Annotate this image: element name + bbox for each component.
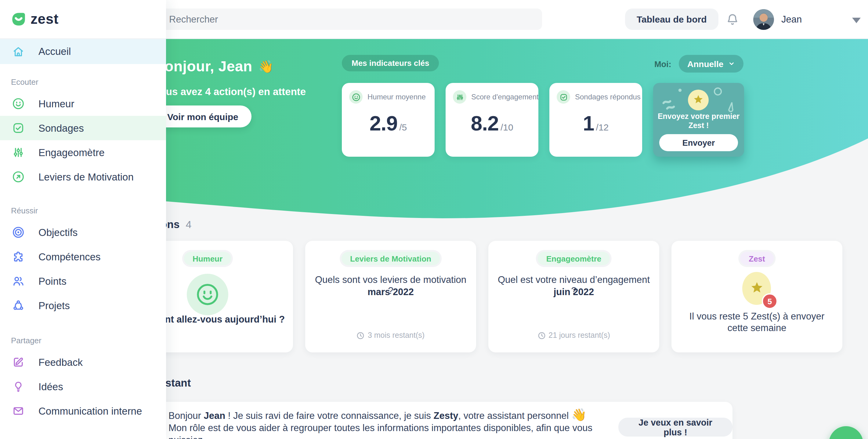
circle-doodle xyxy=(713,87,723,96)
view-team-button[interactable]: Voir mon équipe xyxy=(154,105,252,128)
star-badge xyxy=(688,90,709,110)
wave-emoji: 👋 xyxy=(571,408,587,421)
lightbulb-icon xyxy=(11,379,26,394)
tag-leviers: Leviers de Motivation xyxy=(342,252,440,265)
action-card-leviers[interactable]: Leviers de Motivation Quels sont vos lev… xyxy=(305,241,476,352)
sidebar-item-label: Feedback xyxy=(38,357,83,368)
edit-icon xyxy=(11,355,26,370)
sidebar-item-label: Objectifs xyxy=(38,227,78,238)
profile-caret-icon[interactable] xyxy=(852,18,861,23)
kpi-row: Humeur moyenne 2.9/5 Score d'engagement … xyxy=(342,83,744,157)
tag-engageometre: Engageomètre xyxy=(538,252,610,265)
tag-humeur: Humeur xyxy=(184,252,231,265)
kpi-max: /10 xyxy=(500,122,513,132)
sidebar-item-label: Communication interne xyxy=(38,405,142,417)
promo-text: Envoyez votre premier Zest ! xyxy=(653,112,744,131)
learn-more-button[interactable]: Je veux en savoir plus ! xyxy=(618,418,733,437)
pending-actions-text: Vous avez 4 action(s) en attente xyxy=(154,86,306,98)
sidebar-section-ecouter: Ecouter xyxy=(11,77,166,87)
sidebar-section-reussir: Réussir xyxy=(11,206,166,215)
brand-wordmark: zest xyxy=(31,11,59,28)
sidebar-item-label: Accueil xyxy=(38,46,71,57)
kpi-card-engagement[interactable]: Score d'engagement 8.2/10 xyxy=(445,83,538,157)
logo[interactable]: zest xyxy=(0,0,166,39)
sidebar-item-label: Compétences xyxy=(38,251,101,263)
arrow-up-right-circle-icon xyxy=(11,169,26,184)
sidebar-item-label: Leviers de Motivation xyxy=(38,171,134,182)
sidebar-item-humeur[interactable]: Humeur xyxy=(0,92,166,116)
sliders-icon xyxy=(453,90,466,104)
sidebar-item-sondages[interactable]: Sondages xyxy=(0,116,166,140)
key-indicators-pill: Mes indicateurs clés xyxy=(342,55,439,71)
clock-icon xyxy=(537,331,546,339)
zest-promo-card: Envoyez votre premier Zest ! Envoyer xyxy=(653,83,744,157)
sidebar-item-projets[interactable]: Projets xyxy=(0,293,166,318)
kpi-card-mood[interactable]: Humeur moyenne 2.9/5 xyxy=(342,83,435,157)
sidebar-item-engageometre[interactable]: Engageomètre xyxy=(0,140,166,165)
sidebar-item-label: Humeur xyxy=(38,98,74,109)
hero-greeting: Bonjour, Jean 👋 xyxy=(154,58,274,75)
action-card-engageometre[interactable]: Engageomètre Quel est votre niveau d’eng… xyxy=(488,241,659,352)
smiley-icon xyxy=(187,274,228,315)
assistant-message: Bonjour Jean ! Je suis ravi de faire vot… xyxy=(168,408,608,439)
sidebar-item-label: Engageomètre xyxy=(38,147,105,158)
sidebar-item-accueil[interactable]: Accueil xyxy=(0,39,166,64)
kpi-value: 2.9 xyxy=(370,111,398,135)
check-square-icon xyxy=(557,90,570,104)
zest-app: Tableau de bord Jean xyxy=(0,0,868,439)
zest-count-badge: 5 xyxy=(762,293,778,309)
sidebar-item-competences[interactable]: Compétences xyxy=(0,244,166,269)
period-selector[interactable]: Annuelle xyxy=(679,55,743,73)
kpi-label: Humeur moyenne xyxy=(368,93,426,101)
time-remaining: 3 mois restant(s) xyxy=(368,331,425,340)
target-icon xyxy=(11,225,26,240)
puzzle-icon xyxy=(11,249,26,264)
kpi-value: 1 xyxy=(583,111,594,135)
send-zest-button[interactable]: Envoyer xyxy=(659,134,738,151)
action-cards-row: Humeur Comment allez-vous aujourd’hui ? … xyxy=(122,241,842,352)
scope-label: Moi: xyxy=(654,60,672,69)
period-value: Annuelle xyxy=(687,59,723,69)
tag-zest: Zest xyxy=(740,252,773,265)
kpi-value: 8.2 xyxy=(471,111,499,135)
action-date: juin 2022 xyxy=(494,286,653,298)
sidebar-item-idees[interactable]: Idées xyxy=(0,374,166,399)
zest-logo-icon xyxy=(11,11,26,27)
screenshot-viewport: Tableau de bord Jean xyxy=(0,0,868,439)
dashboard-button[interactable]: Tableau de bord xyxy=(625,8,718,30)
home-icon xyxy=(11,44,26,59)
search-input[interactable] xyxy=(134,8,542,30)
envelope-icon xyxy=(11,404,26,418)
sidebar-item-label: Projets xyxy=(38,300,70,311)
actions-count: 4 xyxy=(186,219,191,231)
user-name: Jean xyxy=(781,14,802,25)
assistant-fab-button[interactable] xyxy=(829,426,863,439)
sidebar-item-label: Sondages xyxy=(38,122,84,134)
smiley-icon xyxy=(349,90,363,104)
squiggle-doodle xyxy=(662,98,682,111)
sidebar-item-leviers[interactable]: Leviers de Motivation xyxy=(0,165,166,189)
kpi-label: Score d'engagement xyxy=(471,93,539,101)
kpi-max: /5 xyxy=(399,122,407,132)
action-date: mars 2022 xyxy=(311,286,470,298)
notifications-bell-icon[interactable] xyxy=(725,12,740,27)
sidebar-section-partager: Partager xyxy=(11,336,166,345)
network-icon xyxy=(11,298,26,313)
sidebar-item-label: Points xyxy=(38,275,66,287)
sidebar-item-points[interactable]: Points xyxy=(0,269,166,293)
kpi-label: Sondages répondus xyxy=(575,93,641,101)
smiley-icon xyxy=(11,96,26,111)
sidebar-item-feedback[interactable]: Feedback xyxy=(0,350,166,374)
time-remaining: 21 jours restant(s) xyxy=(549,331,610,340)
sidebar-item-communication[interactable]: Communication interne xyxy=(0,399,166,423)
wave-emoji: 👋 xyxy=(258,60,274,73)
zest-remaining-text: Il vous reste 5 Zest(s) à envoyer cette … xyxy=(681,310,833,334)
assistant-card: Bonjour Jean ! Je suis ravi de faire vot… xyxy=(110,402,733,439)
action-card-zest[interactable]: Zest 5 Il vous reste 5 Zest(s) à envoyer… xyxy=(672,241,842,352)
dot-doodle xyxy=(678,88,682,93)
user-avatar[interactable] xyxy=(753,9,774,30)
sidebar-item-objectifs[interactable]: Objectifs xyxy=(0,220,166,244)
kpi-card-surveys[interactable]: Sondages répondus 1/12 xyxy=(549,83,642,157)
sidebar-item-label: Idées xyxy=(38,381,63,392)
clock-icon xyxy=(357,331,365,339)
